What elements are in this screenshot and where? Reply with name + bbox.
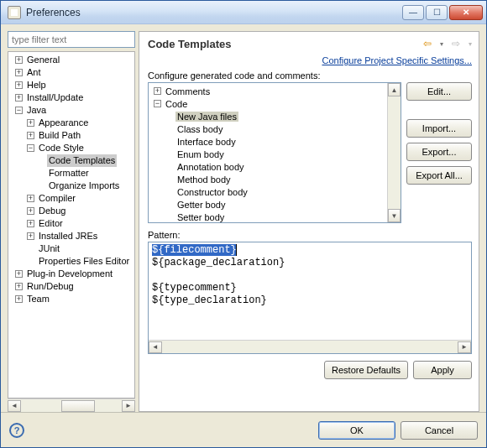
nav-team[interactable]: Team [25,293,51,305]
app-icon [8,6,21,19]
window-title: Preferences [26,7,402,18]
scroll-down-icon[interactable]: ▼ [388,209,401,222]
tmpl-code[interactable]: Code [164,99,189,109]
project-settings-link[interactable]: Configure Project Specific Settings... [148,55,472,65]
nav-debug[interactable]: Debug [37,205,67,217]
pattern-line: ${filecomment} [152,244,237,256]
maximize-button[interactable]: ☐ [426,5,448,20]
tmpl-methodbody[interactable]: Method body [175,175,233,185]
pattern-hscrollbar[interactable]: ◄ ► [149,340,471,353]
scroll-up-icon[interactable]: ▲ [388,83,401,96]
preferences-window: Preferences — ☐ ✕ +General +Ant +Help +I… [0,0,487,448]
nav-junit[interactable]: JUnit [37,242,61,255]
edit-button[interactable]: Edit... [406,82,472,101]
ok-button[interactable]: OK [318,421,395,440]
nav-general[interactable]: General [25,54,61,66]
pattern-textarea[interactable]: ${filecomment} ${package_declaration} ${… [148,242,472,354]
collapse-icon[interactable]: − [154,100,161,107]
expand-icon[interactable]: + [154,87,161,95]
help-icon[interactable]: ? [9,423,24,438]
nav-compiler[interactable]: Compiler [37,192,77,205]
expand-icon[interactable]: + [27,119,34,127]
nav-buildpath[interactable]: Build Path [37,129,82,142]
minimize-button[interactable]: — [402,5,424,20]
collapse-icon[interactable]: − [15,107,23,114]
collapse-icon[interactable]: − [27,144,34,152]
expand-icon[interactable]: + [27,207,34,215]
template-vscrollbar[interactable]: ▲ ▼ [387,83,401,222]
nav-plugin[interactable]: Plug-in Development [25,268,114,280]
content-panel: Code Templates ⇦ ▾ ⇨ ▾ Configure Project… [139,31,479,412]
nav-java[interactable]: Java [25,104,48,117]
titlebar[interactable]: Preferences — ☐ ✕ [1,1,486,24]
nav-tree[interactable]: +General +Ant +Help +Install/Update −Jav… [8,51,135,399]
expand-icon[interactable]: + [15,94,23,102]
restore-defaults-button[interactable]: Restore Defaults [324,361,408,379]
template-tree[interactable]: +Comments −Code New Java files Class bod… [148,82,401,223]
section-label: Configure generated code and comments: [148,70,472,81]
tmpl-constructorbody[interactable]: Constructor body [175,187,249,197]
scroll-left-icon[interactable]: ◄ [8,400,21,412]
tmpl-comments[interactable]: Comments [164,86,212,96]
expand-icon[interactable]: + [15,283,23,290]
nav-installedjres[interactable]: Installed JREs [37,230,99,242]
expand-icon[interactable]: + [27,220,34,227]
tree-hscrollbar[interactable]: ◄ ► [8,399,135,412]
cancel-button[interactable]: Cancel [401,421,478,440]
expand-icon[interactable]: + [15,295,23,303]
expand-icon[interactable]: + [15,81,23,89]
nav-formatter[interactable]: Formatter [47,167,91,180]
nav-ant[interactable]: Ant [25,66,43,79]
close-button[interactable]: ✕ [449,5,483,20]
tmpl-annotationbody[interactable]: Annotation body [175,162,246,172]
expand-icon[interactable]: + [27,132,34,139]
nav-rundebug[interactable]: Run/Debug [25,280,76,293]
nav-back-icon[interactable]: ⇦ [420,37,435,50]
nav-help[interactable]: Help [25,79,48,91]
expand-icon[interactable]: + [15,270,23,278]
pattern-line: ${package_declaration} [152,257,468,269]
nav-install[interactable]: Install/Update [25,91,85,104]
scroll-right-icon[interactable]: ► [122,400,135,412]
nav-appearance[interactable]: Appearance [37,117,90,129]
expand-icon[interactable]: + [27,195,34,202]
scroll-right-icon[interactable]: ► [458,341,471,353]
tmpl-enumbody[interactable]: Enum body [175,149,226,159]
tmpl-getterbody[interactable]: Getter body [175,200,227,210]
apply-button[interactable]: Apply [413,361,472,379]
nav-editor[interactable]: Editor [37,217,65,230]
dialog-buttonbar: ? OK Cancel [1,412,486,447]
left-panel: +General +Ant +Help +Install/Update −Jav… [8,31,135,412]
pattern-line: ${typecomment} [152,282,468,294]
expand-icon[interactable]: + [15,69,23,76]
tmpl-classbody[interactable]: Class body [175,124,224,134]
client-area: +General +Ant +Help +Install/Update −Jav… [1,24,486,447]
page-title: Code Templates [148,38,231,50]
nav-codestyle[interactable]: Code Style [37,142,86,154]
nav-forward-icon: ⇨ [448,37,463,50]
expand-icon[interactable]: + [15,56,23,64]
tmpl-interfacebody[interactable]: Interface body [175,137,238,147]
tmpl-newjava[interactable]: New Java files [175,112,238,122]
scroll-left-icon[interactable]: ◄ [149,341,162,353]
nav-codetemplates[interactable]: Code Templates [47,154,117,167]
import-button[interactable]: Import... [406,119,472,138]
export-button[interactable]: Export... [406,143,472,161]
pattern-line: ${type_declaration} [152,294,468,307]
scroll-thumb[interactable] [61,400,95,412]
filter-input[interactable] [8,31,135,48]
pattern-label: Pattern: [148,230,472,240]
tmpl-setterbody[interactable]: Setter body [175,212,226,222]
nav-organize[interactable]: Organize Imports [47,180,121,192]
expand-icon[interactable]: + [27,232,34,240]
exportall-button[interactable]: Export All... [406,166,472,185]
nav-propfiles[interactable]: Properties Files Editor [37,255,131,268]
